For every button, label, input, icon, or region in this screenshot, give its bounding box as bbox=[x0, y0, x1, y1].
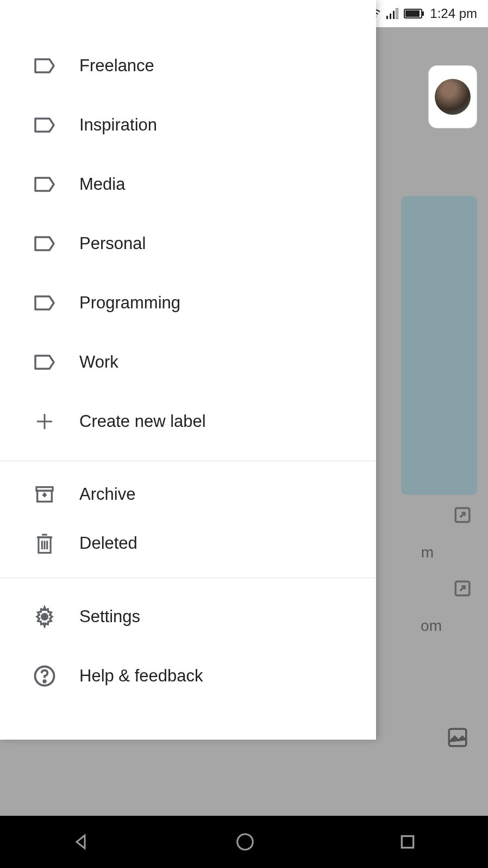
svg-rect-7 bbox=[390, 14, 391, 19]
svg-rect-8 bbox=[393, 11, 395, 19]
svg-point-29 bbox=[237, 834, 253, 850]
label-text: Personal bbox=[79, 234, 146, 253]
back-button[interactable] bbox=[72, 832, 91, 852]
plus-icon bbox=[33, 410, 57, 433]
create-label-text: Create new label bbox=[79, 412, 206, 431]
help-text: Help & feedback bbox=[79, 666, 203, 686]
label-icon bbox=[33, 113, 57, 137]
deleted-text: Deleted bbox=[79, 534, 137, 553]
label-item-work[interactable]: Work bbox=[0, 332, 376, 392]
label-text: Programming bbox=[79, 293, 180, 313]
behind-text: m bbox=[421, 544, 434, 561]
label-icon bbox=[33, 350, 57, 374]
help-icon bbox=[33, 664, 57, 688]
settings-item[interactable]: Settings bbox=[0, 587, 376, 646]
open-icon[interactable] bbox=[453, 506, 472, 524]
label-icon bbox=[33, 54, 57, 78]
gear-icon bbox=[33, 605, 57, 629]
image-icon[interactable] bbox=[446, 726, 469, 749]
battery-icon bbox=[404, 8, 424, 19]
recents-button[interactable] bbox=[399, 833, 416, 851]
signal-icon bbox=[386, 8, 398, 19]
archive-icon bbox=[33, 482, 57, 506]
svg-rect-6 bbox=[386, 16, 388, 19]
avatar-container bbox=[428, 65, 477, 128]
label-item-personal[interactable]: Personal bbox=[0, 214, 376, 273]
label-item-inspiration[interactable]: Inspiration bbox=[0, 95, 376, 154]
label-item-freelance[interactable]: Freelance bbox=[0, 36, 376, 95]
archive-text: Archive bbox=[79, 485, 135, 504]
label-icon bbox=[33, 172, 57, 196]
label-icon bbox=[33, 232, 57, 256]
label-text: Inspiration bbox=[79, 115, 157, 135]
time-text: 1:24 pm bbox=[430, 6, 477, 21]
help-item[interactable]: Help & feedback bbox=[0, 646, 376, 705]
open-icon[interactable] bbox=[453, 579, 472, 598]
behind-card bbox=[401, 196, 477, 495]
settings-text: Settings bbox=[79, 607, 140, 627]
svg-rect-11 bbox=[405, 10, 420, 17]
divider bbox=[0, 578, 376, 578]
label-text: Freelance bbox=[79, 56, 154, 76]
behind-text: om bbox=[421, 617, 442, 635]
navigation-drawer: Freelance Inspiration Media Personal Pro… bbox=[0, 0, 376, 740]
svg-point-28 bbox=[43, 680, 46, 682]
trash-icon bbox=[33, 531, 57, 555]
avatar[interactable] bbox=[435, 79, 471, 115]
svg-point-26 bbox=[42, 613, 48, 619]
label-text: Media bbox=[79, 175, 125, 194]
svg-rect-9 bbox=[396, 8, 398, 19]
navigation-bar bbox=[0, 816, 488, 868]
label-item-media[interactable]: Media bbox=[0, 154, 376, 214]
label-text: Work bbox=[79, 352, 118, 372]
divider bbox=[0, 461, 376, 461]
svg-rect-30 bbox=[402, 836, 413, 847]
archive-item[interactable]: Archive bbox=[0, 470, 376, 519]
label-icon bbox=[33, 291, 57, 315]
deleted-item[interactable]: Deleted bbox=[0, 519, 376, 568]
home-button[interactable] bbox=[235, 832, 255, 852]
svg-rect-12 bbox=[422, 11, 424, 16]
label-item-programming[interactable]: Programming bbox=[0, 273, 376, 332]
create-label-item[interactable]: Create new label bbox=[0, 392, 376, 451]
